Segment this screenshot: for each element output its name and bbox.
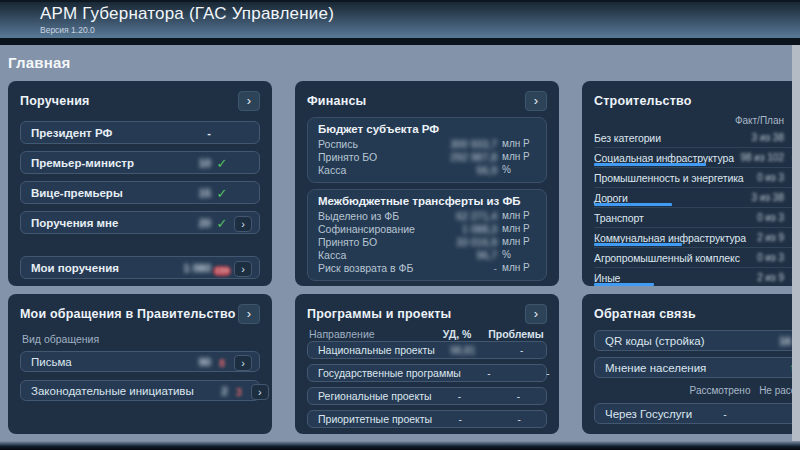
assignment-row-vice-premiers[interactable]: Вице-премьеры 15 ✓ <box>20 181 260 204</box>
column-ud: УД, % <box>429 328 485 340</box>
dashboard-grid: Поручения › Президент РФ - Премьер-минис… <box>8 81 800 434</box>
appeals-expand-button[interactable]: › <box>238 304 260 324</box>
finance-row: Касса 96,7 % <box>318 248 536 261</box>
appeal-value: 2 <box>194 385 228 397</box>
assignment-row-president[interactable]: Президент РФ - <box>20 121 260 144</box>
program-ud: - <box>461 368 517 379</box>
feedback-row-gosuslugi[interactable]: Через Госуслуги - - <box>594 403 800 424</box>
finance-value: 292 987,8 <box>433 151 497 163</box>
finance-unit: млн Р <box>497 138 536 149</box>
appeals-row-initiatives[interactable]: Законодательные инициативы 2 3 › <box>20 380 260 401</box>
transfers-card: Межбюджетные трансферты из ФБ Выделено и… <box>307 189 547 281</box>
finance-label: Риск возврата в ФБ <box>318 262 433 274</box>
finance-unit: млн Р <box>497 151 536 162</box>
finance-unit: млн Р <box>497 236 536 247</box>
finance-label: Роспись <box>318 138 433 150</box>
construction-fact: 0 из 3 <box>732 212 784 223</box>
construction-row[interactable]: Социальная инфраструктура 98 из 102 41 <box>594 148 800 168</box>
programs-expand-button[interactable]: › <box>525 304 547 324</box>
construction-row[interactable]: Иные 2 из 9 2 <box>594 268 800 286</box>
appeal-label: Законодательные инициативы <box>31 385 194 397</box>
assignment-row-my[interactable]: Мои поручения 1 080 159 › <box>20 256 260 279</box>
program-label: Государственные программы <box>318 367 461 379</box>
panel-feedback: Обратная связь QR коды (стройка) 16 Мнен… <box>582 294 800 434</box>
assignment-label: Президент РФ <box>31 127 177 139</box>
panel-programs: Программы и проекты › Направление УД, % … <box>295 294 559 434</box>
chevron-right-icon: › <box>247 93 251 108</box>
appeal-overdue-value: 3 <box>236 386 242 398</box>
app-title: АРМ Губернатора (ГАС Управление) <box>40 4 800 24</box>
app-version: Версия 1.20.0 <box>40 25 800 35</box>
progress-bar <box>594 203 672 206</box>
row-chevron-button[interactable]: › <box>234 216 252 232</box>
programs-row-regional[interactable]: Региональные проекты - - <box>307 387 547 405</box>
finance-expand-button[interactable]: › <box>525 91 547 111</box>
chevron-right-icon: › <box>258 386 262 398</box>
assignment-label: Поручения мне <box>31 217 177 229</box>
appeals-row-letters[interactable]: Письма 90 8 › <box>20 351 260 372</box>
programs-row-national[interactable]: Национальные проекты 98,81 - <box>307 341 547 359</box>
appeal-label: Письма <box>31 356 177 368</box>
panel-programs-title: Программы и проекты <box>307 307 451 321</box>
feedback-row-qr[interactable]: QR коды (стройка) 16 <box>594 330 800 351</box>
construction-fact: 3 из 38 <box>732 192 784 203</box>
finance-unit: млн Р <box>497 262 536 273</box>
program-problems: - <box>488 414 550 425</box>
programs-row-priority[interactable]: Приоритетные проекты - - <box>307 410 547 428</box>
row-chevron-button[interactable]: › <box>234 261 252 277</box>
assignment-label: Премьер-министр <box>31 157 177 169</box>
check-icon: ✓ <box>217 216 228 231</box>
assignments-expand-button[interactable]: › <box>238 91 260 111</box>
chevron-right-icon: › <box>241 357 245 369</box>
right-edge-strip <box>792 45 800 444</box>
construction-row[interactable]: Дороги 3 из 38 1 <box>594 188 800 208</box>
finance-label: Софинансирование <box>318 223 433 235</box>
finance-label: Выделено из ФБ <box>318 210 433 222</box>
finance-unit: млн Р <box>497 223 536 234</box>
panel-construction: Строительство Факт/План Динамика Без кат… <box>582 81 800 286</box>
construction-row[interactable]: Транспорт 0 из 3 <box>594 208 800 228</box>
assignment-value: 20 <box>177 217 211 229</box>
program-problems: - <box>488 391 550 402</box>
panel-assignments-title: Поручения <box>20 94 90 108</box>
construction-fact: 98 из 102 <box>732 152 784 163</box>
program-label: Приоритетные проекты <box>318 413 432 425</box>
construction-row[interactable]: Коммунальная инфраструктура 2 из 9 28 <box>594 228 800 248</box>
construction-fact: 2 из 9 <box>732 272 784 283</box>
panel-feedback-title: Обратная связь <box>594 307 696 321</box>
finance-row: Роспись 300 933,7 млн Р <box>318 137 536 150</box>
finance-value: 96,7 <box>433 249 497 261</box>
panel-construction-title: Строительство <box>594 94 692 108</box>
feedback-label: Через Госуслуги <box>605 408 689 420</box>
row-chevron-button[interactable]: › <box>251 384 269 400</box>
construction-row[interactable]: Агропромышленный комплекс 0 из 3 <box>594 248 800 268</box>
panel-finance-title: Финансы <box>307 94 366 108</box>
check-icon: ✓ <box>217 186 228 201</box>
construction-column-headers: Факт/План Динамика <box>594 115 800 128</box>
appeal-value: 90 <box>177 356 211 368</box>
feedback-row-opinion[interactable]: Мнение населения ↑ <box>594 357 800 378</box>
finance-label: Принято БО <box>318 151 433 163</box>
finance-row: Выделено из ФБ 62 271,4 млн Р <box>318 209 536 222</box>
finance-value: 33 016,9 <box>433 236 497 248</box>
finance-value: 56,9 <box>433 164 497 176</box>
construction-fact: 0 из 3 <box>732 252 784 263</box>
program-ud: - <box>432 414 488 425</box>
program-label: Региональные проекты <box>318 390 432 402</box>
construction-row[interactable]: Промышленность и энергетика 0 из 3 <box>594 168 800 188</box>
column-direction: Направление <box>307 328 429 340</box>
finance-label: Касса <box>318 249 433 261</box>
program-ud: - <box>432 391 488 402</box>
construction-label: Промышленность и энергетика <box>594 172 744 184</box>
column-problems: Проблемы <box>485 328 547 340</box>
page-title: Главная <box>8 54 800 71</box>
row-chevron-button[interactable]: › <box>234 355 252 371</box>
assignment-row-to-me[interactable]: Поручения мне 20 ✓ › <box>20 211 260 234</box>
programs-row-state[interactable]: Государственные программы - - <box>307 364 547 382</box>
budget-card: Бюджет субъекта РФ Роспись 300 933,7 млн… <box>307 117 547 183</box>
construction-row[interactable]: Без категории 3 из 38 <box>594 128 800 148</box>
assignment-row-premier[interactable]: Премьер-министр 10 ✓ <box>20 151 260 174</box>
finance-value: - <box>433 262 497 274</box>
program-label: Национальные проекты <box>318 344 435 356</box>
finance-row: Принято БО 292 987,8 млн Р <box>318 150 536 163</box>
